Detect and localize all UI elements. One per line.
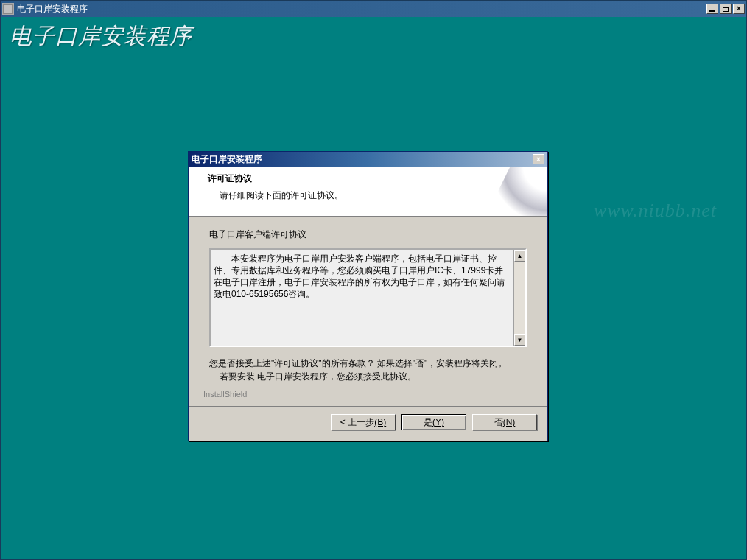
minimize-button[interactable] (706, 4, 718, 14)
dialog-button-row: < 上一步(B) 是(Y) 否(N) (189, 406, 547, 441)
accept-question: 您是否接受上述"许可证协议"的所有条款？ 如果选择"否"，安装程序将关闭。 (209, 357, 527, 369)
agreement-textbox[interactable]: 本安装程序为电子口岸用户安装客户端程序，包括电子口岸证书、控件、专用数据库和业务… (209, 248, 527, 347)
yes-button[interactable]: 是(Y) (401, 414, 466, 430)
banner-title: 电子口岸安装程序 (10, 21, 192, 52)
back-button[interactable]: < 上一步(B) (331, 414, 396, 430)
scroll-track[interactable] (514, 262, 525, 334)
watermark: www.niubb.net (594, 200, 717, 222)
dialog-body: 电子口岸客户端许可协议 本安装程序为电子口岸用户安装客户端程序，包括电子口岸证书… (189, 217, 547, 406)
close-button[interactable]: × (733, 4, 745, 14)
main-window: 电子口岸安装程序 × 电子口岸安装程序 www.niubb.net 电子口岸安装… (0, 0, 747, 560)
installshield-label: InstallShield (203, 390, 527, 399)
scroll-up-button[interactable]: ▲ (514, 250, 525, 262)
dialog-close-button[interactable]: × (533, 154, 544, 164)
accept-instruction: 若要安装 电子口岸安装程序，您必须接受此协议。 (220, 371, 527, 382)
maximize-button[interactable] (720, 4, 732, 14)
dialog-header-title: 许可证协议 (208, 172, 534, 185)
dialog-header-subtitle: 请仔细阅读下面的许可证协议。 (220, 189, 534, 202)
no-button[interactable]: 否(N) (472, 414, 537, 430)
scroll-down-button[interactable]: ▼ (514, 334, 525, 346)
scrollbar[interactable]: ▲ ▼ (513, 250, 525, 346)
main-title: 电子口岸安装程序 (17, 3, 88, 15)
dialog-header: 许可证协议 请仔细阅读下面的许可证协议。 (189, 167, 547, 217)
license-dialog: 电子口岸安装程序 × 许可证协议 请仔细阅读下面的许可证协议。 电子口岸客户端许… (188, 151, 548, 441)
agreement-text: 本安装程序为电子口岸用户安装客户端程序，包括电子口岸证书、控件、专用数据库和业务… (211, 250, 513, 346)
app-icon (2, 3, 14, 15)
main-titlebar: 电子口岸安装程序 × (1, 1, 746, 17)
dialog-title: 电子口岸安装程序 (192, 153, 533, 166)
agreement-section-label: 电子口岸客户端许可协议 (209, 228, 527, 241)
dialog-titlebar: 电子口岸安装程序 × (189, 152, 547, 167)
